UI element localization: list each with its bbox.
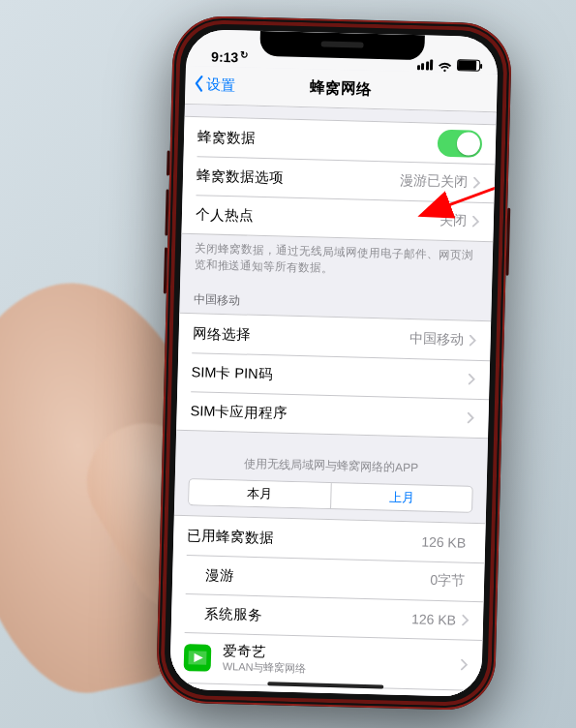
notch xyxy=(259,31,425,60)
group-carrier: 网络选择 中国移动 SIM卡 PIN码 SIM卡应用程序 xyxy=(176,313,491,439)
chevron-right-icon xyxy=(462,615,470,626)
settings-content[interactable]: 蜂窝数据 蜂窝数据选项 漫游已关闭 个人热点 关闭 关闭蜂窝数据，通过无线局域网… xyxy=(169,105,497,697)
section-header-apps: 使用无线局域网与蜂窝网络的APP xyxy=(175,431,488,486)
chevron-right-icon xyxy=(472,216,480,228)
cell-value: 126 KB xyxy=(411,612,456,628)
segment-this-month[interactable]: 本月 xyxy=(189,479,331,508)
cell-value: 中国移动 xyxy=(409,330,463,349)
cell-personal-hotspot[interactable]: 个人热点 关闭 xyxy=(181,195,494,241)
group-cellular: 蜂窝数据 蜂窝数据选项 漫游已关闭 个人热点 关闭 xyxy=(181,116,496,242)
cellular-data-switch[interactable] xyxy=(438,130,483,158)
group-footer: 关闭蜂窝数据，通过无线局域网使用电子邮件、网页浏览和推送通知等所有数据。 xyxy=(180,234,493,281)
cell-value: 0字节 xyxy=(430,572,465,591)
app-name: 百度 xyxy=(222,694,460,697)
cell-label: 网络选择 xyxy=(192,324,409,349)
app-icon-iqiyi xyxy=(184,644,212,672)
cell-label: 蜂窝数据 xyxy=(197,128,438,152)
chevron-right-icon xyxy=(461,659,469,671)
cellular-signal-icon xyxy=(416,59,433,70)
cell-label: SIM卡应用程序 xyxy=(190,402,467,427)
chevron-right-icon xyxy=(469,335,476,347)
cell-sim-apps[interactable]: SIM卡应用程序 xyxy=(176,391,489,438)
iphone-device: 9:13↻ 设置 蜂窝网络 xyxy=(156,15,512,712)
cell-value: 126 KB xyxy=(421,534,466,551)
cell-label: 蜂窝数据选项 xyxy=(197,167,400,190)
back-button[interactable]: 设置 xyxy=(193,75,236,96)
status-time: 9:13↻ xyxy=(211,49,248,66)
cell-label: 漫游 xyxy=(205,565,431,590)
app-icon-baidu xyxy=(182,694,210,697)
cell-label: SIM卡 PIN码 xyxy=(191,363,468,388)
chevron-left-icon xyxy=(193,75,205,95)
cell-value: 关闭 xyxy=(440,212,467,230)
chevron-right-icon xyxy=(473,177,481,189)
chevron-right-icon xyxy=(467,412,474,424)
cell-label: 已用蜂窝数据 xyxy=(187,527,421,551)
cell-value: 漫游已关闭 xyxy=(400,172,468,192)
cell-label: 个人热点 xyxy=(196,205,440,230)
segment-last-month[interactable]: 上月 xyxy=(331,483,472,512)
wifi-icon xyxy=(438,59,452,70)
screen: 9:13↻ 设置 蜂窝网络 xyxy=(169,29,499,697)
chevron-right-icon xyxy=(468,374,475,385)
back-label: 设置 xyxy=(206,76,235,95)
group-usage: 已用蜂窝数据 126 KB 漫游 0字节 系统服务 126 KB xyxy=(169,515,486,697)
battery-icon xyxy=(457,59,480,72)
app-row-iqiyi[interactable]: 爱奇艺 WLAN与蜂窝网络 xyxy=(169,632,482,690)
cell-label: 系统服务 xyxy=(204,604,411,628)
